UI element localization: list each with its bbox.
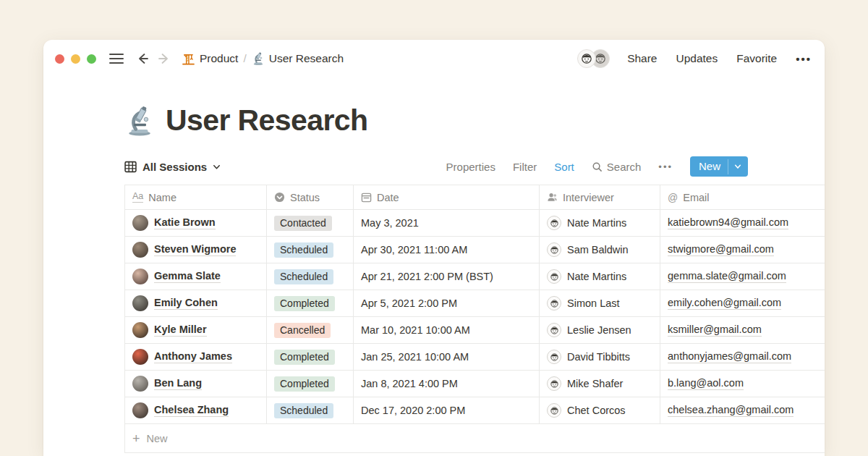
participant-avatar (132, 242, 148, 258)
participant-name-link[interactable]: Kyle Miller (154, 324, 207, 337)
interviewer-avatar (547, 296, 561, 311)
collaborator-avatar[interactable] (577, 49, 596, 68)
favorite-button[interactable]: Favorite (736, 52, 777, 65)
interviewer-avatar (547, 269, 561, 284)
date-cell[interactable]: Jan 25, 2021 10:00 AM (354, 344, 540, 370)
breadcrumb: Product / User Research (182, 52, 344, 66)
column-header-status[interactable]: Status (267, 185, 354, 209)
interviewer-avatar (547, 242, 561, 257)
name-cell[interactable]: Chelsea Zhang (125, 397, 267, 423)
participant-name-link[interactable]: Ben Lang (154, 377, 202, 390)
status-cell[interactable]: Completed (267, 371, 354, 397)
view-more-icon[interactable]: ••• (658, 161, 673, 172)
email-cell[interactable]: katiebrown94@gmail.com (660, 210, 825, 236)
forward-arrow-icon[interactable] (157, 51, 171, 66)
column-header-interviewer[interactable]: Interviewer (540, 185, 660, 209)
email-cell[interactable]: b.lang@aol.com (660, 371, 825, 397)
status-cell[interactable]: Scheduled (267, 263, 354, 290)
status-cell[interactable]: Cancelled (267, 317, 354, 343)
email-link[interactable]: emily.cohen@gmail.com (668, 297, 781, 310)
sidebar-menu-icon[interactable] (109, 54, 124, 64)
filter-button[interactable]: Filter (513, 161, 537, 173)
new-button[interactable]: New (690, 156, 748, 177)
name-cell[interactable]: Emily Cohen (125, 290, 267, 316)
email-cell[interactable]: emily.cohen@gmail.com (660, 290, 825, 316)
date-cell[interactable]: Mar 10, 2021 10:00 AM (354, 317, 540, 343)
interviewer-cell[interactable]: Nate Martins (540, 210, 660, 236)
participant-name-link[interactable]: Katie Brown (154, 216, 216, 229)
email-link[interactable]: katiebrown94@gmail.com (668, 216, 788, 229)
interviewer-cell[interactable]: Simon Last (540, 290, 660, 316)
participant-name-link[interactable]: Gemma Slate (154, 270, 221, 283)
breadcrumb-label: User Research (269, 52, 344, 65)
toolbar-actions: Properties Filter Sort Search ••• New (446, 156, 748, 177)
interviewer-cell[interactable]: Chet Corcos (540, 397, 660, 423)
interviewer-cell[interactable]: Nate Martins (540, 263, 660, 290)
name-cell[interactable]: Ben Lang (125, 371, 267, 397)
name-cell[interactable]: Gemma Slate (125, 263, 267, 290)
column-label: Name (148, 192, 176, 203)
table-row: Chelsea Zhang Scheduled Dec 17, 2020 2:0… (125, 397, 825, 424)
column-header-date[interactable]: Date (354, 185, 540, 209)
search-button[interactable]: Search (592, 161, 642, 173)
participant-name-link[interactable]: Emily Cohen (154, 297, 218, 310)
minimize-window-button[interactable] (71, 54, 80, 64)
date-value: Mar 10, 2021 10:00 AM (361, 324, 470, 336)
properties-button[interactable]: Properties (446, 161, 495, 173)
name-cell[interactable]: Anthony James (125, 344, 267, 370)
date-cell[interactable]: Apr 5, 2021 2:00 PM (354, 290, 540, 316)
status-cell[interactable]: Scheduled (267, 397, 354, 423)
status-cell[interactable]: Completed (267, 344, 354, 370)
date-cell[interactable]: Apr 21, 2021 2:00 PM (BST) (354, 263, 540, 290)
email-link[interactable]: stwigmore@gmail.com (668, 243, 774, 256)
search-label: Search (607, 161, 642, 173)
email-cell[interactable]: anthonyjames@gmail.com (660, 344, 825, 370)
email-link[interactable]: gemma.slate@gmail.com (668, 270, 786, 283)
email-cell[interactable]: ksmiller@gmail.com (660, 317, 825, 343)
column-header-name[interactable]: Aa Name (125, 185, 267, 209)
interviewer-name: David Tibbitts (567, 351, 630, 363)
name-cell[interactable]: Katie Brown (125, 210, 267, 236)
view-switcher[interactable]: All Sessions (124, 161, 221, 173)
breadcrumb-item-product[interactable]: Product (182, 52, 238, 66)
zoom-window-button[interactable] (87, 54, 96, 64)
participant-avatar (132, 376, 148, 392)
participant-name-link[interactable]: Steven Wigmore (154, 243, 236, 256)
interviewer-cell[interactable]: Sam Baldwin (540, 237, 660, 263)
status-badge: Completed (274, 350, 335, 365)
updates-button[interactable]: Updates (676, 52, 718, 65)
participant-name-link[interactable]: Chelsea Zhang (154, 404, 229, 417)
new-row-button[interactable]: + New (125, 424, 825, 453)
microscope-icon (252, 52, 265, 65)
date-cell[interactable]: May 3, 2021 (354, 210, 540, 236)
status-cell[interactable]: Contacted (267, 210, 354, 236)
close-window-button[interactable] (55, 54, 64, 64)
email-cell[interactable]: gemma.slate@gmail.com (660, 263, 825, 290)
email-cell[interactable]: stwigmore@gmail.com (660, 237, 825, 263)
email-link[interactable]: anthonyjames@gmail.com (668, 350, 791, 363)
email-link[interactable]: ksmiller@gmail.com (668, 324, 762, 337)
column-header-email[interactable]: @ Email (660, 185, 825, 209)
name-cell[interactable]: Kyle Miller (125, 317, 267, 343)
date-cell[interactable]: Dec 17, 2020 2:00 PM (354, 397, 540, 423)
interviewer-cell[interactable]: Leslie Jensen (540, 317, 660, 343)
more-options-icon[interactable]: ••• (796, 53, 812, 65)
email-link[interactable]: b.lang@aol.com (668, 377, 744, 390)
interviewer-cell[interactable]: Mike Shafer (540, 371, 660, 397)
date-cell[interactable]: Jan 8, 2021 4:00 PM (354, 371, 540, 397)
new-button-chevron[interactable] (728, 159, 748, 174)
date-cell[interactable]: Apr 30, 2021 11:00 AM (354, 237, 540, 263)
sort-button[interactable]: Sort (554, 161, 574, 173)
email-link[interactable]: chelsea.zhang@gmail.com (668, 404, 793, 417)
back-arrow-icon[interactable] (135, 51, 150, 66)
participant-avatar (132, 402, 148, 418)
status-cell[interactable]: Scheduled (267, 237, 354, 263)
interviewer-avatar (547, 323, 561, 337)
status-cell[interactable]: Completed (267, 290, 354, 316)
name-cell[interactable]: Steven Wigmore (125, 237, 267, 263)
share-button[interactable]: Share (627, 52, 657, 65)
participant-name-link[interactable]: Anthony James (154, 350, 232, 363)
breadcrumb-item-user-research[interactable]: User Research (252, 52, 344, 65)
email-cell[interactable]: chelsea.zhang@gmail.com (660, 397, 825, 423)
interviewer-cell[interactable]: David Tibbitts (540, 344, 660, 370)
